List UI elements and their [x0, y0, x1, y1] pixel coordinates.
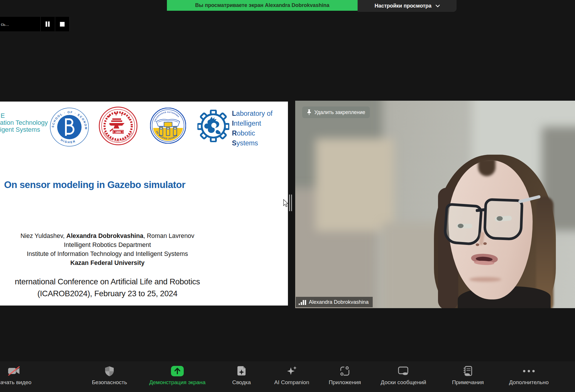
authors-line: Niez Yuldashev, Alexandra Dobrokvashina,… [0, 232, 215, 241]
start-video-button[interactable]: Начать видео [0, 365, 46, 386]
unpin-button-label: Удалить закрепление [314, 109, 365, 115]
summary-label: Сводка [232, 379, 251, 386]
whiteboards-label: Доски сообщений [381, 379, 426, 386]
pause-recording-button[interactable] [41, 17, 55, 31]
lirs-line-initial: R [232, 129, 237, 137]
hse-university-logo: SCHOOL · OF · ECONOMICS HIGHER [50, 108, 89, 147]
conference-block: nternational Conference on Artificial Li… [0, 276, 218, 299]
pause-icon [45, 21, 50, 27]
whiteboard-icon [398, 366, 409, 376]
lirs-line-rest: ystems [237, 139, 258, 147]
lirs-line-rest: obotic [237, 129, 255, 137]
panel-splitter-handle[interactable] [291, 194, 292, 211]
more-button[interactable]: Дополнительно [497, 365, 561, 386]
start-video-label: Начать видео [0, 379, 31, 386]
participant-name-label: Alexandra Dobrokvashina [309, 299, 369, 305]
stop-icon [60, 22, 65, 27]
slide-authors-block: Niez Yuldashev, Alexandra Dobrokvashina,… [0, 232, 215, 268]
ai-companion-label: AI Companion [274, 379, 309, 386]
lirs-line-rest: ntelligent [234, 120, 261, 127]
notes-label: Примечания [452, 379, 484, 386]
shared-screen-slide: E ation Technology igent Systems SCHOOL … [0, 102, 288, 306]
lirs-gear-logo [197, 110, 229, 142]
zoom-meeting-window: Вы просматриваете экран Alexandra Dobrok… [0, 0, 575, 392]
conference-line: (ICAROB2024), February 23 to 25, 2024 [0, 288, 218, 299]
lirs-lab-name: Laboratory of Intelligent Robotic System… [232, 109, 287, 148]
security-label: Безопасность [92, 379, 127, 386]
uacj-university-logo: UNIVERSIDAD AUTONOMA DE CIUDAD JUAREZ [150, 108, 186, 144]
pin-icon [307, 109, 311, 115]
view-settings-label: Настройки просмотра [374, 3, 431, 9]
nostril [476, 243, 479, 246]
share-screen-label: Демонстрация экрана [149, 379, 206, 386]
itis-logo-text-fragment: E [1, 113, 5, 118]
institute-line: Institute of Information Technology and … [0, 250, 215, 259]
glasses-right-lens [483, 198, 524, 241]
share-screen-button[interactable]: Демонстрация экрана [145, 365, 209, 386]
ai-companion-sparkle-icon [286, 366, 297, 377]
participant-name-tag: Alexandra Dobrokvashina [296, 297, 373, 307]
department-line: Intelligent Robotics Department [0, 241, 215, 250]
audio-level-icon [299, 299, 306, 305]
nostril [483, 242, 487, 245]
chin-shadow [469, 277, 501, 282]
unpin-button[interactable]: Удалить закрепление [302, 106, 370, 118]
slide-title: On sensor modeling in Gazebo simulator [4, 179, 283, 190]
conference-line: nternational Conference on Artificial Li… [0, 276, 218, 288]
notes-button[interactable]: Примечания [436, 365, 500, 386]
hair-parting [478, 159, 495, 176]
video-background-blob [316, 138, 394, 231]
security-shield-icon [104, 366, 114, 377]
whiteboards-button[interactable]: Доски сообщений [372, 365, 435, 386]
lirs-line-initial: L [232, 110, 236, 117]
itis-logo-text-fragment: ation Technology [0, 120, 48, 125]
apps-label: Приложения [329, 379, 361, 386]
chevron-down-icon [436, 5, 440, 7]
screen-viewing-banner: Вы просматриваете экран Alexandra Dobrok… [167, 0, 358, 11]
apps-button[interactable]: Приложения [313, 365, 377, 386]
sjtu-university-logo: SHANGHAI JIAO TONG UNIVERSITY 1896 [99, 106, 138, 145]
uacj-book-columns [156, 119, 180, 136]
divider [69, 17, 70, 31]
university-line: Kazan Federal University [0, 259, 215, 268]
lirs-line-rest: aboratory of [236, 110, 272, 117]
meeting-toolbar: Начать видео Безопасность [0, 361, 575, 392]
camera-off-icon [8, 366, 20, 376]
stop-recording-button[interactable] [55, 17, 69, 31]
screen-viewing-banner-text: Вы просматриваете экран Alexandra Dobrok… [195, 2, 329, 8]
author-name: Niez Yuldashev, [20, 232, 66, 239]
view-settings-button[interactable]: Настройки просмотра [358, 0, 457, 12]
more-ellipsis-icon [522, 370, 535, 373]
notes-icon [463, 366, 473, 377]
sjtu-year-text: 1896 [116, 131, 121, 133]
mouse-cursor [283, 199, 289, 208]
more-label: Дополнительно [509, 379, 549, 386]
apps-icon [340, 366, 350, 376]
share-screen-icon [171, 366, 184, 377]
participant-video-tile: Удалить закрепление Alexandra Dobrokvash… [295, 101, 575, 308]
recording-status-text: сь... [0, 22, 40, 27]
author-name-presenter: Alexandra Dobrokvashina [66, 232, 143, 239]
itis-logo-text-fragment: igent Systems [0, 127, 40, 132]
security-button[interactable]: Безопасность [77, 365, 141, 386]
recording-control-bar: сь... [0, 17, 70, 31]
summary-doc-icon [236, 366, 247, 377]
author-name: , Roman Lavrenov [143, 232, 194, 239]
lirs-line-initial: S [232, 139, 237, 147]
